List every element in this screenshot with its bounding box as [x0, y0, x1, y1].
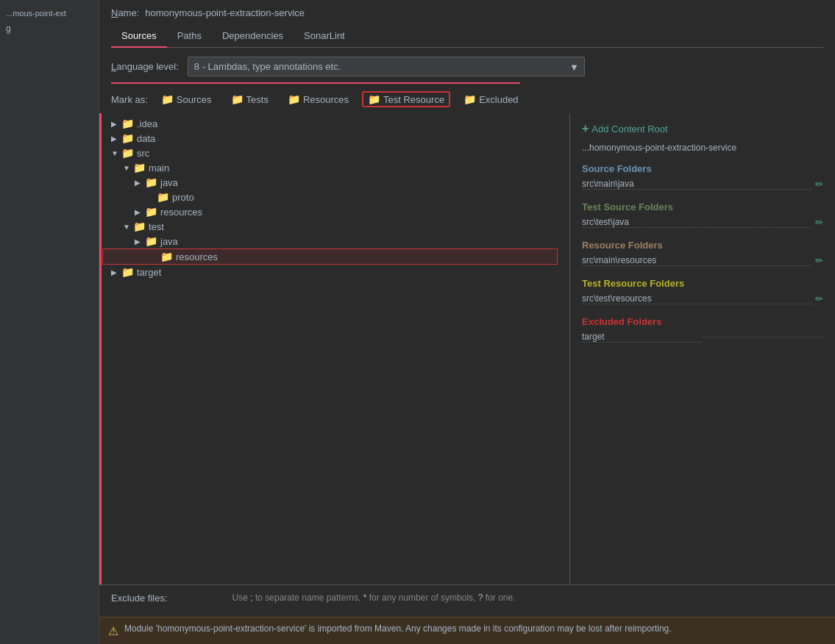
- resource-folder-entry-0: src\main\resources ✏: [582, 254, 823, 268]
- test-source-folder-entry-0: src\test\java ✏: [582, 215, 823, 229]
- tree-item-idea[interactable]: ▶ 📁 .idea: [99, 116, 569, 131]
- right-panel: + Add Content Root ...homonymous-point-e…: [570, 113, 835, 584]
- tree-item-data[interactable]: ▶ 📁 data: [99, 131, 569, 146]
- exclude-hint-line1: Use ; to separate name patterns, * for a…: [232, 593, 516, 603]
- source-folders-title: Source Folders: [582, 163, 823, 174]
- exclude-files-hint: Use ; to separate name patterns, * for a…: [174, 593, 516, 606]
- edit-source-icon[interactable]: ✏: [815, 179, 823, 190]
- sidebar: ...mous-point-ext g: [0, 0, 99, 644]
- folder-icon: 📁: [160, 251, 173, 262]
- resource-folders-section: Resource Folders src\main\resources ✏: [582, 240, 823, 268]
- edit-test-resource-icon[interactable]: ✏: [815, 293, 823, 304]
- left-accent: [99, 113, 102, 584]
- tree-area[interactable]: ▶ 📁 .idea ▶ 📁 data ▼ 📁 src ▼ 📁 main: [99, 113, 570, 584]
- test-resource-folders-title: Test Resource Folders: [582, 278, 823, 289]
- tree-item-label: .idea: [137, 118, 157, 129]
- mark-sources-button[interactable]: 📁 Sources: [155, 91, 218, 107]
- mark-excluded-label: Excluded: [479, 94, 518, 105]
- warning-text: Module 'homonymous-point-extraction-serv…: [124, 623, 672, 634]
- resource-folders-title: Resource Folders: [582, 240, 823, 251]
- header: Name: homonymous-point-extraction-servic…: [99, 0, 835, 48]
- test-resource-folder-path-0: src\test\resources: [582, 293, 812, 304]
- tree-item-resources-test[interactable]: 📁 resources: [102, 248, 558, 265]
- name-label: Name:: [111, 7, 139, 18]
- excluded-folders-title: Excluded Folders: [582, 316, 823, 327]
- tree-item-label: proto: [172, 192, 194, 203]
- folder-icon: 📁: [145, 235, 157, 247]
- mark-as-label: Mark as:: [111, 94, 148, 105]
- language-level-label: Language level:: [111, 61, 179, 72]
- edit-test-source-icon[interactable]: ✏: [815, 217, 823, 228]
- folder-icon: 📁: [121, 118, 134, 129]
- tree-item-main[interactable]: ▼ 📁 main: [99, 160, 569, 175]
- resource-folder-path-0: src\main\resources: [582, 255, 812, 266]
- mark-test-resource-button[interactable]: 📁 Test Resource: [362, 91, 450, 107]
- tree-item-label: resources: [176, 251, 218, 262]
- sidebar-item-0[interactable]: ...mous-point-ext: [0, 6, 99, 21]
- mark-tests-button[interactable]: 📁 Tests: [225, 91, 274, 107]
- warning-bar: ⚠ Module 'homonymous-point-extraction-se…: [99, 617, 835, 644]
- warning-icon: ⚠: [108, 624, 118, 638]
- excluded-folder-entry-0: target: [582, 330, 823, 344]
- tab-sonarlint[interactable]: SonarLint: [294, 26, 355, 47]
- tree-item-label: java: [160, 236, 178, 247]
- tree-item-label: target: [137, 267, 161, 278]
- source-folders-section: Source Folders src\main\java ✏: [582, 163, 823, 191]
- chevron-icon: ▼: [111, 149, 121, 157]
- excluded-folder-path-0: target: [582, 332, 703, 343]
- tree-item-test[interactable]: ▼ 📁 test: [99, 219, 569, 234]
- mark-as-row: Mark as: 📁 Sources 📁 Tests 📁 Resources 📁…: [99, 84, 835, 113]
- folder-icon: 📁: [133, 162, 146, 173]
- chevron-icon: ▼: [123, 164, 133, 172]
- tree-item-resources-main[interactable]: ▶ 📁 resources: [99, 204, 569, 219]
- mark-excluded-button[interactable]: 📁 Excluded: [458, 91, 524, 107]
- exclude-files-label: Exclude files:: [111, 593, 168, 604]
- mark-sources-label: Sources: [177, 94, 212, 105]
- add-content-root-label: Add Content Root: [591, 124, 667, 135]
- folder-tan-icon: 📁: [288, 93, 300, 105]
- chevron-icon: ▶: [135, 237, 145, 246]
- tree-item-target[interactable]: ▶ 📁 target: [99, 265, 569, 279]
- add-content-root-button[interactable]: + Add Content Root: [582, 122, 823, 135]
- tree-item-java-main[interactable]: ▶ 📁 java: [99, 175, 569, 190]
- folder-icon: 📁: [133, 221, 146, 232]
- folder-teal-icon: 📁: [368, 93, 380, 105]
- content-area: ▶ 📁 .idea ▶ 📁 data ▼ 📁 src ▼ 📁 main: [99, 113, 835, 584]
- test-resource-folders-section: Test Resource Folders src\test\resources…: [582, 278, 823, 306]
- test-source-folders-section: Test Source Folders src\test\java ✏: [582, 201, 823, 229]
- language-level-row: Language level: 8 - Lambdas, type annota…: [99, 48, 835, 82]
- tree-item-src[interactable]: ▼ 📁 src: [99, 146, 569, 160]
- mark-tests-label: Tests: [246, 94, 269, 105]
- source-folder-entry-0: src\main\java ✏: [582, 177, 823, 191]
- source-folder-path-0: src\main\java: [582, 179, 812, 190]
- tree-item-label: main: [149, 162, 169, 173]
- mark-resources-label: Resources: [303, 94, 349, 105]
- tree-item-label: data: [137, 133, 155, 144]
- tabs: Sources Paths Dependencies SonarLint: [111, 26, 823, 48]
- chevron-icon: ▶: [135, 179, 145, 187]
- mark-test-resource-label: Test Resource: [383, 94, 444, 105]
- folder-icon: 📁: [121, 147, 134, 159]
- name-row: Name: homonymous-point-extraction-servic…: [111, 7, 823, 18]
- chevron-icon: ▶: [111, 120, 121, 128]
- tree-item-label: resources: [160, 207, 202, 218]
- chevron-icon: ▶: [111, 135, 121, 143]
- sidebar-item-1[interactable]: g: [0, 21, 99, 37]
- plus-icon: +: [582, 122, 589, 135]
- folder-icon: 📁: [121, 266, 134, 278]
- language-level-select[interactable]: 8 - Lambdas, type annotations etc.: [188, 57, 585, 76]
- name-value: homonymous-point-extraction-service: [145, 7, 305, 18]
- tab-dependencies[interactable]: Dependencies: [212, 26, 294, 47]
- excluded-folders-section: Excluded Folders target: [582, 316, 823, 344]
- tab-sources[interactable]: Sources: [111, 26, 167, 47]
- folder-pink-icon: 📁: [463, 93, 476, 105]
- language-level-select-wrap: 8 - Lambdas, type annotations etc. ▼: [188, 57, 585, 76]
- test-source-folders-title: Test Source Folders: [582, 201, 823, 212]
- edit-resource-icon[interactable]: ✏: [815, 255, 823, 266]
- tree-item-label: test: [149, 221, 164, 232]
- tree-item-java-test[interactable]: ▶ 📁 java: [99, 234, 569, 248]
- folder-icon: 📁: [121, 132, 134, 144]
- tree-item-proto[interactable]: 📁 proto: [99, 190, 569, 204]
- tab-paths[interactable]: Paths: [167, 26, 212, 47]
- mark-resources-button[interactable]: 📁 Resources: [282, 91, 355, 107]
